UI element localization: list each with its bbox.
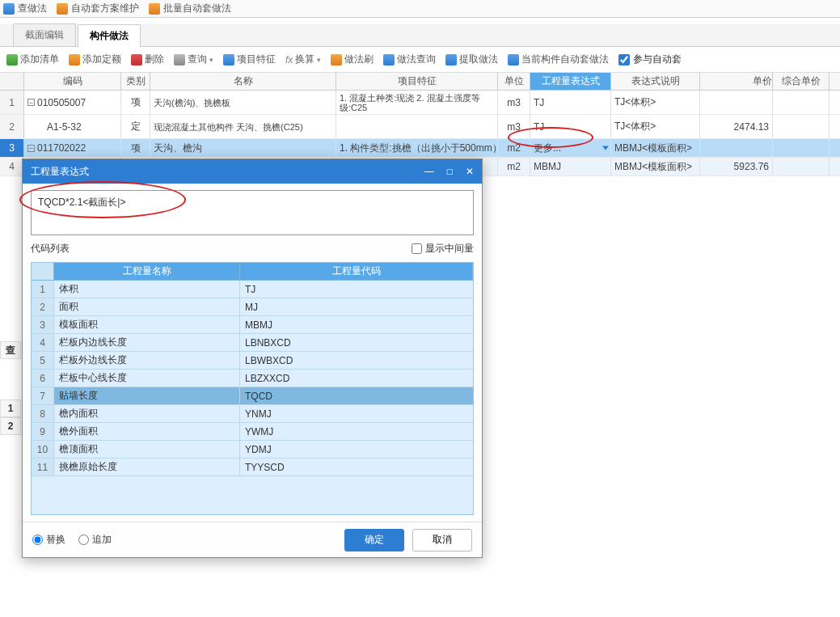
col-desc[interactable]: 表达式说明: [611, 73, 700, 90]
code-head-code[interactable]: 工程量代码: [240, 263, 473, 280]
method-query-button[interactable]: 做法查询: [383, 53, 436, 66]
cell-unit[interactable]: m2: [498, 158, 530, 175]
cell-code[interactable]: A1-5-32: [24, 115, 121, 138]
cell-price[interactable]: 2474.13: [700, 115, 773, 138]
expression-input[interactable]: TQCD*2.1<截面长|>: [31, 190, 474, 235]
dialog-titlebar[interactable]: 工程量表达式 ― □ ✕: [23, 159, 482, 184]
ok-button[interactable]: 确定: [344, 529, 404, 551]
cancel-button[interactable]: 取消: [412, 529, 472, 551]
show-mid-input[interactable]: [412, 243, 422, 254]
close-icon[interactable]: ✕: [466, 166, 474, 177]
code-list-item[interactable]: 6栏板中心线长度LBZXXCD: [32, 370, 473, 387]
gutter-row-2[interactable]: 2: [0, 417, 21, 435]
cell-unit[interactable]: m3: [498, 115, 530, 138]
code-row-num: 7: [32, 387, 54, 404]
feature-button[interactable]: 项目特征: [223, 53, 276, 66]
cell-expr[interactable]: TJ: [530, 91, 611, 114]
code-head-name[interactable]: 工程量名称: [54, 263, 240, 280]
auto-checkbox[interactable]: 参与自动套: [618, 53, 682, 66]
col-name[interactable]: 名称: [150, 73, 336, 90]
col-price[interactable]: 单价: [700, 73, 773, 90]
code-list-item[interactable]: 5栏板外边线长度LBWBXCD: [32, 352, 473, 370]
tree-toggle-icon[interactable]: −: [27, 99, 35, 106]
code-list-item[interactable]: 7贴墙长度TQCD: [32, 387, 473, 405]
tab-component-method[interactable]: 构件做法: [78, 24, 141, 47]
radio-append-input[interactable]: [78, 535, 89, 545]
cell-type[interactable]: 定: [121, 115, 150, 138]
add-quota-button[interactable]: 添加定额: [69, 53, 121, 66]
cell-price[interactable]: 5923.76: [700, 158, 773, 175]
cell-price2[interactable]: [773, 115, 829, 138]
cell-unit[interactable]: m2: [498, 139, 530, 157]
code-list-item[interactable]: 11挑檐原始长度TYYSCD: [32, 459, 473, 476]
code-list-item[interactable]: 8檐内面积YNMJ: [32, 405, 473, 423]
cell-feature[interactable]: 1. 构件类型:挑檐（出挑小于500mm）: [336, 139, 498, 157]
show-mid-checkbox[interactable]: 显示中间量: [412, 242, 474, 256]
cell-expr[interactable]: 更多...: [530, 139, 611, 157]
table-row[interactable]: 2A1-5-32定现浇混凝土其他构件 天沟、挑檐(C25)m3TJTJ<体积>2…: [0, 115, 840, 139]
cell-expr[interactable]: MBMJ: [530, 158, 611, 175]
col-price2[interactable]: 综合单价: [773, 73, 829, 90]
code-row-code: MBMJ: [240, 316, 473, 333]
brush-button[interactable]: 做法刷: [331, 53, 374, 66]
row-number[interactable]: 1: [0, 91, 24, 114]
col-type[interactable]: 类别: [121, 73, 150, 90]
cell-desc[interactable]: MBMJ<模板面积>: [611, 139, 700, 157]
tree-toggle-icon[interactable]: −: [27, 145, 35, 152]
top-item-2[interactable]: 自动套方案维护: [57, 2, 139, 15]
cell-price2[interactable]: [773, 158, 829, 175]
cell-type[interactable]: 项: [121, 139, 150, 157]
code-list-item[interactable]: 4栏板内边线长度LBNBXCD: [32, 334, 473, 352]
radio-replace-input[interactable]: [32, 535, 43, 545]
cell-feature[interactable]: 1. 混凝土种类:现浇 2. 混凝土强度等级:C25: [336, 91, 498, 114]
add-list-button[interactable]: 添加清单: [6, 53, 59, 66]
tab-section-edit[interactable]: 截面编辑: [13, 23, 76, 46]
cell-unit[interactable]: m3: [498, 91, 530, 114]
col-unit[interactable]: 单位: [498, 73, 530, 90]
minimize-icon[interactable]: ―: [424, 166, 434, 177]
code-list-item[interactable]: 1体积TJ: [32, 281, 473, 298]
cell-code[interactable]: −011702022: [24, 139, 121, 157]
cell-price2[interactable]: [773, 139, 829, 157]
radio-append[interactable]: 追加: [78, 533, 112, 547]
cell-name[interactable]: 现浇混凝土其他构件 天沟、挑檐(C25): [150, 115, 336, 138]
col-feature[interactable]: 项目特征: [336, 73, 498, 90]
code-list-item[interactable]: 9檐外面积YWMJ: [32, 423, 473, 441]
col-code[interactable]: 编码: [24, 73, 121, 90]
col-expr[interactable]: 工程量表达式: [530, 73, 611, 90]
cell-desc[interactable]: TJ<体积>: [611, 91, 700, 114]
cell-name[interactable]: 天沟、檐沟: [150, 139, 336, 157]
cell-price2[interactable]: [773, 91, 829, 114]
radio-replace[interactable]: 替换: [32, 533, 65, 547]
code-list-item[interactable]: 2面积MJ: [32, 298, 473, 316]
code-list-item[interactable]: 3模板面积MBMJ: [32, 316, 473, 334]
top-item-3[interactable]: 批量自动套做法: [149, 2, 231, 15]
chevron-down-icon[interactable]: [602, 146, 609, 150]
fx-button[interactable]: fx换算▾: [285, 53, 321, 66]
cell-name[interactable]: 天沟(檐沟)、挑檐板: [150, 91, 336, 114]
top-item-1[interactable]: 查做法: [3, 2, 47, 15]
table-row[interactable]: 3−011702022项天沟、檐沟1. 构件类型:挑檐（出挑小于500mm）m2…: [0, 139, 840, 158]
cell-price[interactable]: [700, 139, 773, 157]
code-list-item[interactable]: 10檐顶面积YDMJ: [32, 441, 473, 459]
row-number[interactable]: 4: [0, 158, 24, 175]
cell-expr[interactable]: TJ: [530, 115, 611, 138]
delete-button[interactable]: 删除: [131, 53, 164, 66]
row-number[interactable]: 2: [0, 115, 24, 138]
auto-apply-button[interactable]: 当前构件自动套做法: [508, 53, 609, 66]
table-row[interactable]: 1−010505007项天沟(檐沟)、挑檐板1. 混凝土种类:现浇 2. 混凝土…: [0, 91, 840, 115]
cell-type[interactable]: 项: [121, 91, 150, 114]
cell-price[interactable]: [700, 91, 773, 114]
cell-code[interactable]: −010505007: [24, 91, 121, 114]
extract-button[interactable]: 提取做法: [445, 53, 498, 66]
auto-check-input[interactable]: [618, 54, 630, 66]
query-button[interactable]: 查询▾: [174, 53, 213, 66]
cell-desc[interactable]: MBMJ<模板面积>: [611, 158, 700, 175]
cell-feature[interactable]: [336, 115, 498, 138]
action-toolbar: 添加清单 添加定额 删除 查询▾ 项目特征 fx换算▾ 做法刷 做法查询 提取做…: [0, 47, 840, 73]
maximize-icon[interactable]: □: [447, 166, 453, 177]
gutter-search[interactable]: 查: [0, 341, 21, 359]
row-number[interactable]: 3: [0, 139, 24, 157]
gutter-row-1[interactable]: 1: [0, 399, 21, 417]
cell-desc[interactable]: TJ<体积>: [611, 115, 700, 138]
